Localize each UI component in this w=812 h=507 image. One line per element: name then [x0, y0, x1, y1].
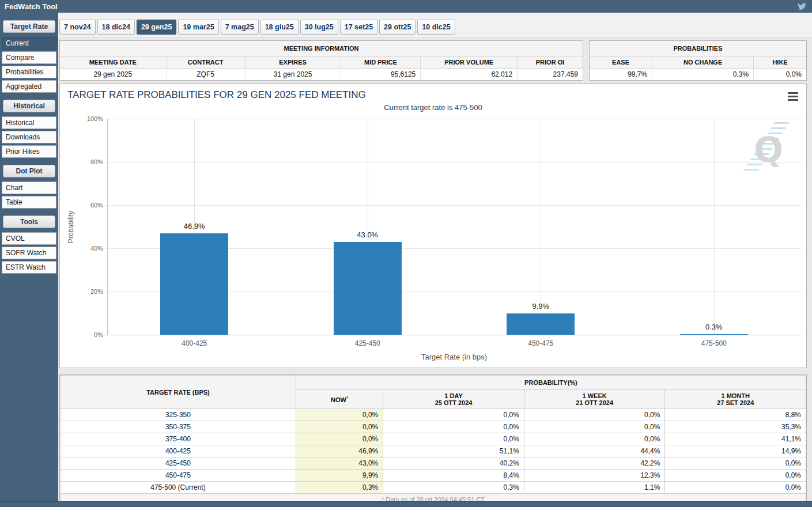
sidebar-item-sofr-watch[interactable]: SOFR Watch	[2, 247, 56, 259]
prob-cell-450-475-0: 9,9%	[296, 470, 383, 482]
bar-400-425[interactable]	[160, 233, 228, 335]
prob-table-group-header-row: TARGET RATE (BPS) PROBABILITY(%)	[61, 376, 806, 390]
x-axis-title: Target Rate (in bps)	[108, 353, 800, 361]
sidebar-item-probabilities[interactable]: Probabilities	[2, 66, 56, 78]
prob-cell-325-350-2: 0,0%	[524, 409, 665, 421]
x-axis-label-425-450: 425-450	[281, 335, 455, 347]
meeting-info-value-row: 29 gen 2025ZQF531 gen 202595,612562.0122…	[60, 69, 583, 81]
prob-table-row-450-475: 450-4759,9%8,4%12,3%0,0%	[61, 470, 806, 482]
app-title: FedWatch Tool	[0, 2, 58, 11]
meeting-info-value-prior-oi: 237.459	[518, 69, 583, 81]
probabilities-panel: PROBABILITIES EASENO CHANGEHIKE 99,7%0,3…	[589, 40, 807, 81]
rate-cell-325-350: 325-350	[61, 409, 296, 421]
meeting-info-caption: MEETING INFORMATION	[60, 41, 583, 56]
rate-cell-425-450: 425-450	[61, 457, 296, 470]
y-axis-tick-label-40: 40%	[90, 245, 103, 252]
meeting-info-col-prior-volume: PRIOR VOLUME	[421, 56, 518, 69]
chart-category-425-450: 43.0%	[281, 119, 455, 335]
summary-row: MEETING INFORMATION MEETING DATECONTRACT…	[59, 40, 807, 81]
meeting-info-col-mid-price: MID PRICE	[341, 56, 421, 69]
bar-425-450[interactable]	[334, 242, 402, 335]
meeting-info-value-contract: ZQF5	[166, 69, 245, 81]
tab-18-dic24[interactable]: 18 dic24	[97, 20, 135, 35]
bar-value-label-475-500: 0.3%	[705, 323, 723, 331]
gridline-0	[105, 335, 800, 335]
prob-cell-450-475-2: 12,3%	[524, 470, 665, 482]
probabilities-caption: PROBABILITIES	[590, 41, 806, 56]
x-axis-label-475-500: 475-500	[628, 335, 801, 347]
bar-475-500[interactable]	[680, 334, 748, 335]
prob-cell-425-450-2: 42,2%	[524, 457, 665, 470]
top-bar: FedWatch Tool	[0, 0, 812, 13]
probability-table-panel: TARGET RATE (BPS) PROBABILITY(%) NOW*1 D…	[59, 374, 807, 506]
prob-summary-value-ease: 99,7%	[590, 69, 652, 81]
prob-cell-450-475-3: 0,0%	[665, 470, 806, 482]
tab-29-ott25[interactable]: 29 ott25	[379, 20, 416, 35]
twitter-bird-glyph	[798, 3, 806, 10]
meeting-tab-bar: 7 nov2418 dic2429 gen2519 mar257 mag2518…	[58, 13, 812, 38]
meeting-info-value-mid-price: 95,6125	[341, 69, 421, 81]
tab-7-mag25[interactable]: 7 mag25	[221, 20, 259, 35]
chart-subtitle: Current target rate is 475-500	[60, 103, 806, 112]
bar-value-label-425-450: 43.0%	[357, 230, 378, 239]
sidebar-item-current[interactable]: Current	[2, 37, 56, 50]
sidebar: Target RateCurrentCompareProbabilitiesAg…	[0, 13, 58, 507]
meeting-info-col-contract: CONTRACT	[166, 56, 245, 69]
prob-table-row-400-425: 400-42546,9%51,1%44,4%14,9%	[61, 445, 806, 457]
y-axis-tick-label-100: 100%	[87, 115, 103, 122]
prob-cell-350-375-1: 0,0%	[383, 421, 524, 433]
chart-category-400-425: 46.9%	[108, 119, 281, 335]
prob-cell-425-450-1: 40,2%	[383, 457, 524, 470]
y-axis-tick-label-20: 20%	[90, 288, 103, 295]
prob-cell-475-500-current-3: 0,0%	[665, 482, 806, 494]
main-area: 7 nov2418 dic2429 gen2519 mar257 mag2518…	[58, 13, 812, 507]
prob-cell-375-400-0: 0,0%	[296, 433, 383, 445]
prob-summary-col-no-change: NO CHANGE	[652, 56, 754, 69]
probability-table: TARGET RATE (BPS) PROBABILITY(%) NOW*1 D…	[60, 375, 806, 506]
sidebar-item-cvol[interactable]: CVOL	[2, 232, 56, 245]
sidebar-item-estr-watch[interactable]: ESTR Watch	[2, 261, 56, 274]
prob-table-body: 325-3500,0%0,0%0,0%8,8%350-3750,0%0,0%0,…	[61, 409, 806, 494]
prob-table-row-425-450: 425-45043,0%40,2%42,2%0,0%	[61, 457, 806, 470]
rate-cell-475-500-current: 475-500 (Current)	[61, 482, 296, 494]
meeting-info-table: MEETING DATECONTRACTEXPIRESMID PRICEPRIO…	[60, 56, 583, 80]
rate-cell-375-400: 375-400	[61, 433, 296, 445]
tab-18-giu25[interactable]: 18 giu25	[260, 20, 299, 35]
sidebar-group-target-rate: Target RateCurrentCompareProbabilitiesAg…	[0, 20, 58, 93]
sidebar-item-prior-hikes[interactable]: Prior Hikes	[2, 145, 56, 158]
prob-cell-325-350-3: 8,8%	[665, 409, 806, 421]
tab-29-gen25[interactable]: 29 gen25	[137, 20, 177, 35]
meeting-info-value-prior-volume: 62.012	[421, 69, 518, 81]
chart-plot: Probability Q 400-425425-450450-475475-5…	[107, 119, 800, 335]
sidebar-item-historical[interactable]: Historical	[2, 116, 56, 129]
tab-30-lug25[interactable]: 30 lug25	[300, 20, 338, 35]
meeting-info-value-expires: 31 gen 2025	[245, 69, 341, 81]
sidebar-item-compare[interactable]: Compare	[2, 51, 56, 64]
chart-menu-icon[interactable]	[788, 92, 798, 103]
tab-10-dic25[interactable]: 10 dic25	[417, 20, 455, 35]
fedwatch-tool-page: FedWatch Tool Target RateCurrentCompareP…	[0, 0, 812, 507]
bar-450-475[interactable]	[507, 313, 575, 335]
prob-cell-350-375-2: 0,0%	[524, 421, 665, 433]
probabilities-value-row: 99,7%0,3%0,0%	[590, 69, 806, 81]
prob-summary-value-hike: 0,0%	[754, 69, 806, 81]
y-axis-tick-label-60: 60%	[90, 202, 103, 209]
prob-table-row-350-375: 350-3750,0%0,0%0,0%35,3%	[61, 421, 806, 433]
prob-summary-col-ease: EASE	[590, 56, 652, 69]
chart-category-475-500: 0.3%	[628, 119, 801, 335]
twitter-icon[interactable]	[798, 3, 812, 10]
bottom-bar	[0, 501, 812, 507]
tab-7-nov24[interactable]: 7 nov24	[59, 20, 96, 35]
prob-cell-400-425-1: 51,1%	[383, 445, 524, 457]
tab-19-mar25[interactable]: 19 mar25	[178, 20, 218, 35]
prob-summary-col-hike: HIKE	[754, 56, 806, 69]
prob-cell-400-425-0: 46,9%	[296, 445, 383, 457]
tab-17-set25[interactable]: 17 set25	[340, 20, 377, 35]
sidebar-item-chart[interactable]: Chart	[2, 181, 56, 194]
chart-categories: 46.9%43.0%9.9%0.3%	[108, 119, 800, 335]
meeting-info-col-meeting-date: MEETING DATE	[60, 56, 166, 69]
sidebar-item-table[interactable]: Table	[2, 196, 56, 209]
prob-cell-450-475-1: 8,4%	[383, 470, 524, 482]
sidebar-item-downloads[interactable]: Downloads	[2, 131, 56, 143]
sidebar-item-aggregated[interactable]: Aggregated	[2, 80, 56, 93]
